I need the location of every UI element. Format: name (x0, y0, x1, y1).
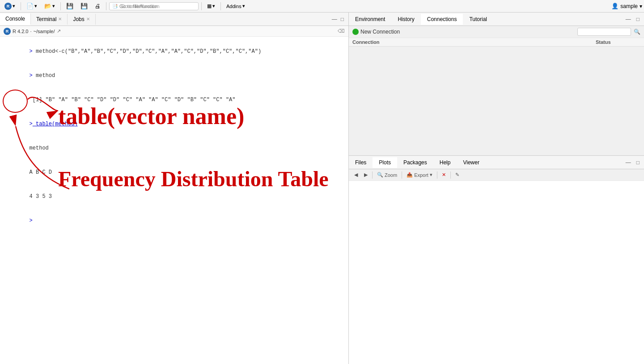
addins-button[interactable]: Addins ▾ (224, 2, 248, 10)
toolbar-separator-4 (201, 2, 202, 10)
plots-toolbar-sep-4 (450, 171, 451, 179)
console-output-5: method (30, 145, 49, 151)
right-top-tab-bar: Environment History Connections Tutorial… (349, 13, 644, 26)
user-icon: 👤 (611, 3, 619, 9)
tab-files[interactable]: Files (349, 157, 373, 168)
user-arrow: ▾ (640, 3, 642, 9)
main-container: Console Terminal ✕ Jobs ✕ — □ R R 4.2.0 … (0, 13, 644, 364)
tab-viewer[interactable]: Viewer (457, 157, 485, 168)
new-file-arrow: ▾ (34, 3, 37, 9)
plots-forward-button[interactable]: ▶ (362, 171, 369, 179)
console-link-table[interactable]: table(method) (33, 121, 78, 127)
console-line-1: > method<-c("B","A","B","C","D","D","C",… (4, 39, 345, 64)
console-content[interactable]: > method<-c("B","A","B","C","D","D","C",… (0, 37, 348, 364)
console-line-8: > (4, 209, 345, 233)
subheader-separator: · (30, 29, 31, 34)
delete-plot-icon: ✕ (442, 172, 446, 178)
search-icon: 🔍 (634, 29, 640, 35)
open-file-button[interactable]: 📂 ▾ (42, 2, 58, 10)
tab-tutorial[interactable]: Tutorial (463, 14, 493, 25)
working-dir-link-icon[interactable]: ↗ (57, 28, 61, 34)
console-prompt-4: > (30, 121, 33, 127)
console-prompt-1: > (30, 48, 33, 55)
right-top-panel: Environment History Connections Tutorial… (349, 13, 644, 156)
right-bottom-maximize[interactable]: □ (635, 158, 641, 167)
tab-history[interactable]: History (391, 14, 420, 25)
new-connection-button[interactable]: New Connection (352, 29, 400, 35)
tab-plots-label: Plots (379, 159, 391, 166)
plots-back-button[interactable]: ◀ (352, 171, 360, 179)
console-maximize-button[interactable]: □ (339, 15, 346, 23)
save-button[interactable]: 💾 (64, 2, 76, 10)
open-file-arrow: ▾ (52, 3, 55, 9)
zoom-icon: 🔍 (377, 172, 383, 178)
tab-packages[interactable]: Packages (397, 157, 433, 168)
format-icon: ▦ (207, 3, 212, 9)
new-connection-icon (352, 29, 359, 35)
addins-label: Addins (226, 4, 242, 9)
console-clear-button[interactable]: ⌫ (338, 28, 345, 34)
go-to-file-container: 📑 Go to file/function (109, 2, 199, 10)
tab-console[interactable]: Console (0, 13, 31, 25)
tab-connections-label: Connections (427, 16, 457, 22)
plots-export-button[interactable]: 📤 Export ▾ (405, 171, 434, 179)
right-top-minimize[interactable]: — (624, 15, 633, 23)
right-bottom-minimize[interactable]: — (624, 158, 633, 167)
main-toolbar: R ▾ 📄 ▾ 📂 ▾ 💾 💾 🖨 📑 Go to file/function … (0, 0, 644, 13)
connections-search-input[interactable] (577, 28, 631, 36)
console-code-1: method<-c("B","A","B","C","D","D","C","A… (33, 48, 261, 55)
connections-toolbar: New Connection 🔍 (349, 26, 644, 38)
right-bottom-tab-bar: Files Plots Packages Help Viewer — □ (349, 156, 644, 169)
source-icon: 📑 (112, 4, 118, 9)
tab-plots[interactable]: Plots (373, 157, 397, 168)
tab-environment[interactable]: Environment (349, 14, 391, 25)
r-version-label: R 4.2.0 (13, 29, 28, 34)
console-line-3: [1] "B" "A" "B" "C" "D" "D" "C" "A" "A" … (4, 88, 345, 112)
r-project-menu[interactable]: R ▾ (2, 2, 18, 11)
working-dir-label: ~/sample/ (34, 29, 55, 34)
format-arrow: ▾ (212, 3, 215, 9)
export-label: Export (414, 172, 428, 178)
tab-jobs[interactable]: Jobs ✕ (68, 14, 95, 25)
right-top-maximize[interactable]: □ (635, 15, 641, 23)
console-line-4: > table(method) (4, 112, 345, 136)
tab-files-label: Files (355, 159, 366, 166)
tab-terminal-close[interactable]: ✕ (58, 17, 62, 21)
console-line-2: > method (4, 64, 345, 88)
tab-console-label: Console (5, 16, 25, 22)
save-all-icon: 💾 (80, 3, 88, 9)
console-output-6: A B C D (30, 169, 55, 176)
print-button[interactable]: 🖨 (92, 2, 103, 10)
plots-area (349, 181, 644, 364)
toolbar-separator-5 (220, 2, 221, 10)
plots-toolbar-sep-2 (402, 171, 402, 179)
print-icon: 🖨 (95, 3, 101, 9)
tab-terminal[interactable]: Terminal ✕ (31, 14, 68, 25)
new-file-button[interactable]: 📄 ▾ (24, 2, 40, 10)
plots-brush-button[interactable]: ✎ (453, 171, 461, 179)
plots-forward-icon: ▶ (364, 172, 368, 178)
tab-help[interactable]: Help (433, 157, 457, 168)
save-icon: 💾 (66, 3, 73, 9)
plots-zoom-button[interactable]: 🔍 Zoom (375, 171, 399, 179)
plots-delete-button[interactable]: ✕ (440, 171, 448, 179)
toolbar-separator-3 (106, 2, 106, 10)
console-tab-bar: Console Terminal ✕ Jobs ✕ — □ (0, 13, 348, 26)
tab-history-label: History (398, 16, 414, 22)
connections-col-status: Status (596, 39, 640, 45)
toolbar-separator-1 (21, 2, 21, 10)
save-all-button[interactable]: 💾 (78, 2, 90, 10)
tab-viewer-label: Viewer (463, 159, 479, 166)
connections-col-connection: Connection (352, 39, 596, 45)
format-button[interactable]: ▦ ▾ (204, 2, 218, 10)
go-to-file-input[interactable] (119, 4, 195, 9)
tab-jobs-close[interactable]: ✕ (86, 17, 90, 21)
console-tab-actions: — □ (330, 15, 348, 23)
export-arrow-icon: ▾ (430, 172, 432, 178)
new-connection-label: New Connection (360, 29, 400, 35)
console-prompt-2: > (30, 73, 33, 79)
tab-connections[interactable]: Connections (421, 14, 463, 25)
console-minimize-button[interactable]: — (330, 15, 339, 23)
user-label: sample (620, 3, 638, 9)
connections-table-header: Connection Status (349, 38, 644, 47)
